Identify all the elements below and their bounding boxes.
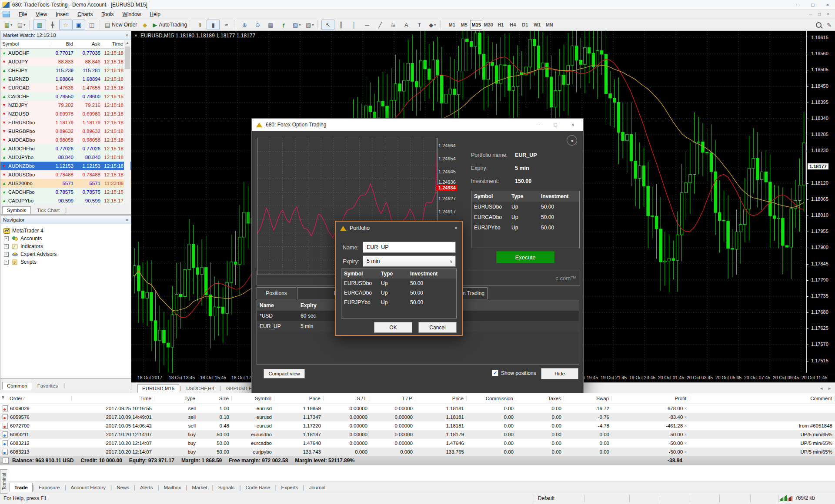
- terminal-col-profit[interactable]: Profit: [612, 396, 689, 401]
- new-order-button[interactable]: ▤New Order: [104, 20, 138, 30]
- terminal-col-order[interactable]: Order ∕: [0, 396, 72, 401]
- terminal-col-tp[interactable]: T / P: [370, 396, 415, 401]
- portfolio-dialog-titlebar[interactable]: Portfolio ×: [336, 222, 462, 235]
- mdi-close-icon[interactable]: ×: [824, 10, 832, 19]
- market-watch-row[interactable]: ▼EURUSDbo1.181791.1817912:15:18: [0, 118, 131, 127]
- terminal-col-price[interactable]: Price: [274, 396, 324, 401]
- tile-windows-icon[interactable]: ▦: [264, 20, 277, 30]
- market-watch-row[interactable]: ▼EURCAD1.476361.4765512:15:18: [0, 83, 131, 92]
- expand-plus-icon[interactable]: +: [4, 244, 9, 249]
- close-order-icon[interactable]: ×: [684, 406, 687, 411]
- close-order-icon[interactable]: ×: [684, 424, 687, 428]
- scrollbar-thumb[interactable]: [125, 46, 130, 69]
- market-watch-row[interactable]: ▲EURNZD1.688641.6889412:15:18: [0, 75, 131, 83]
- mw-col-symbol[interactable]: Symbol: [0, 41, 49, 46]
- scroll-up-icon[interactable]: ▲: [124, 40, 130, 46]
- linechart-icon[interactable]: ≈: [220, 20, 233, 30]
- terminal-tab-account-history[interactable]: Account History: [66, 483, 111, 492]
- hline-icon[interactable]: ─: [361, 20, 374, 30]
- close-order-icon[interactable]: ×: [684, 441, 687, 446]
- basket-row[interactable]: EURCADboUp50.00: [341, 288, 456, 298]
- menu-insert[interactable]: Insert: [51, 10, 73, 18]
- terminal-col-sl[interactable]: S / L: [324, 396, 370, 401]
- terminal-col-type[interactable]: Type: [154, 396, 198, 401]
- navigator-icon[interactable]: ☆: [59, 20, 72, 30]
- basket-row[interactable]: EURCADboUp50.00: [471, 212, 579, 222]
- order-row[interactable]: 60832112017.10.20 12:14:07buy50.00eurusd…: [0, 430, 835, 439]
- menu-charts[interactable]: Charts: [73, 10, 97, 18]
- terminal-icon[interactable]: ▣: [72, 20, 85, 30]
- chart-tab-usdchf-h4[interactable]: USDCHF,H4: [181, 384, 219, 393]
- order-row[interactable]: 60727002017.10.05 14:06:42sell0.48eurusd…: [0, 421, 835, 430]
- mw-col-bid[interactable]: Bid: [49, 41, 75, 46]
- close-order-icon[interactable]: ×: [684, 450, 687, 454]
- terminal-side-label[interactable]: Terminal: [0, 469, 7, 494]
- zoom-in-icon[interactable]: ⊕: [238, 20, 251, 30]
- timeframe-M1[interactable]: M1: [446, 20, 458, 30]
- basket-row[interactable]: EURUSDboUp50.00: [471, 202, 579, 212]
- terminal-tab-signals[interactable]: Signals: [214, 483, 240, 492]
- portfolio-close-icon[interactable]: ×: [454, 225, 458, 231]
- expand-plus-icon[interactable]: +: [4, 236, 9, 241]
- timeframe-M15[interactable]: M15: [470, 20, 482, 30]
- expand-plus-icon[interactable]: +: [4, 260, 9, 265]
- hide-button[interactable]: Hide: [541, 368, 578, 379]
- close-order-icon[interactable]: ×: [684, 415, 687, 420]
- show-positions-checkbox[interactable]: ✓: [492, 370, 498, 376]
- zoom-out-icon[interactable]: ⊖: [251, 20, 264, 30]
- minimize-button[interactable]: ─: [791, 0, 805, 10]
- market-watch-row[interactable]: ▼NZDUSD0.699780.6998612:15:18: [0, 109, 131, 118]
- market-watch-row[interactable]: ▲AUS200bo5571557111:23:06: [0, 179, 131, 188]
- terminal-col-time[interactable]: Time: [72, 396, 154, 401]
- timeframe-H4[interactable]: H4: [507, 20, 519, 30]
- tab-tick-chart[interactable]: Tick Chart: [32, 206, 64, 214]
- trendline-icon[interactable]: ╱: [374, 20, 387, 30]
- order-row[interactable]: 60832122017.10.20 12:14:07buy50.00eurcad…: [0, 439, 835, 448]
- expiry-select[interactable]: 5 min ∨: [363, 255, 456, 267]
- timeframe-M30[interactable]: M30: [482, 20, 494, 30]
- cancel-button[interactable]: Cancel: [418, 322, 457, 333]
- tree-item-metatrader-4[interactable]: MetaTrader 4: [3, 227, 131, 235]
- tree-item-expert-advisors[interactable]: +Expert Advisors: [3, 250, 131, 258]
- fx-maximize-button[interactable]: □: [547, 119, 564, 131]
- search-icon[interactable]: [816, 22, 822, 28]
- terminal-col-symbol[interactable]: Symbol: [232, 396, 274, 401]
- timeframe-D1[interactable]: D1: [519, 20, 531, 30]
- cursor-icon[interactable]: ↖: [321, 20, 334, 30]
- fx-close-button[interactable]: ×: [564, 119, 581, 131]
- market-watch-row[interactable]: ▲AUDJPYbo88.84088.84012:15:18: [0, 153, 131, 162]
- terminal-tab-code-base[interactable]: Code Base: [241, 483, 275, 492]
- terminal-tab-alerts[interactable]: Alerts: [135, 483, 157, 492]
- market-watch-icon[interactable]: ▥: [33, 20, 46, 30]
- crosshair-icon[interactable]: ╂: [334, 20, 347, 30]
- menu-window[interactable]: Window: [118, 10, 146, 18]
- tree-item-indicators[interactable]: +fIndicators: [3, 242, 131, 250]
- market-watch-close-icon[interactable]: ×: [126, 33, 128, 38]
- market-watch-row[interactable]: ▼NZDJPY79.20279.21612:15:18: [0, 101, 131, 109]
- market-watch-row[interactable]: ▼AUDNZDbo1.121531.1215312:15:18: [0, 162, 131, 170]
- maximize-button[interactable]: □: [805, 0, 820, 10]
- menu-tools[interactable]: Tools: [97, 10, 118, 18]
- text-icon[interactable]: A: [400, 20, 413, 30]
- market-watch-scrollbar[interactable]: ▲ ▼: [124, 40, 130, 214]
- menu-file[interactable]: File: [14, 10, 31, 18]
- terminal-tab-exposure[interactable]: Exposure: [34, 483, 65, 492]
- timeframe-MN[interactable]: MN: [543, 20, 555, 30]
- fx-dialog-titlebar[interactable]: 680: Forex Option Trading ─ □ ×: [252, 119, 583, 131]
- tab-common[interactable]: Common: [2, 382, 32, 390]
- terminal-col-commission[interactable]: Commission: [467, 396, 516, 401]
- templates-icon[interactable]: ▨▾: [303, 20, 316, 30]
- mw-col-time[interactable]: Time: [102, 41, 125, 46]
- candles-icon[interactable]: ▮: [207, 20, 220, 30]
- tree-item-scripts[interactable]: +Scripts: [3, 258, 131, 266]
- mdi-minimize-icon[interactable]: ─: [806, 10, 815, 19]
- terminal-col-price[interactable]: Price: [415, 396, 467, 401]
- terminal-tab-news[interactable]: News: [112, 483, 134, 492]
- order-row[interactable]: 60832132017.10.20 12:14:07buy50.00eurjpy…: [0, 448, 835, 456]
- menu-view[interactable]: View: [31, 10, 51, 18]
- close-order-icon[interactable]: ×: [684, 432, 687, 437]
- profiles-icon[interactable]: ▤▾: [15, 20, 28, 30]
- compact-view-button[interactable]: Compact view: [264, 369, 305, 378]
- terminal-col-comment[interactable]: Comment: [689, 396, 835, 401]
- fx-minimize-button[interactable]: ─: [529, 119, 547, 131]
